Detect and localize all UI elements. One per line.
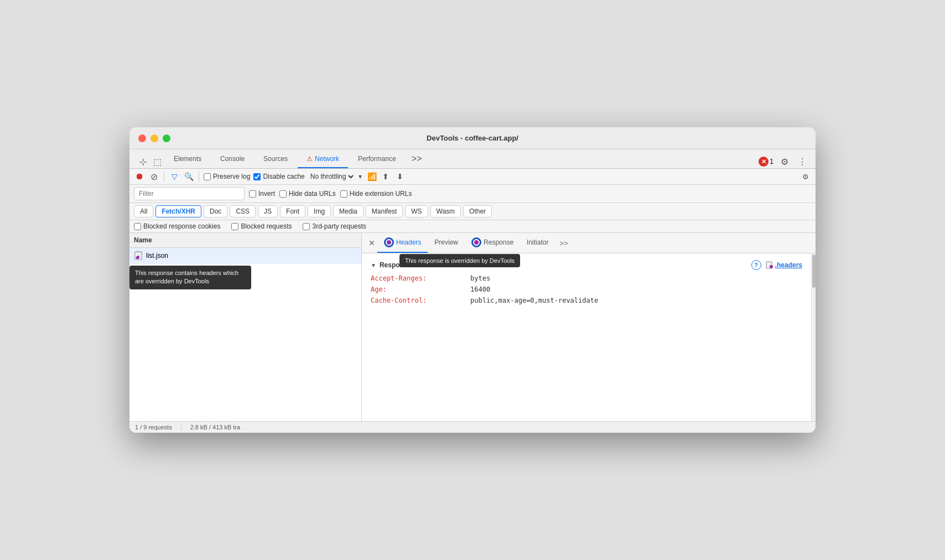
- details-content: ▼ Response Headers ? .headers: [362, 253, 816, 421]
- clear-icon[interactable]: ⊘: [148, 171, 159, 182]
- hide-ext-urls-input[interactable]: [340, 190, 347, 198]
- filter-other[interactable]: Other: [463, 205, 492, 217]
- network-warning-icon: ⚠: [307, 155, 313, 163]
- filter-css[interactable]: CSS: [230, 205, 256, 217]
- inspect-icon[interactable]: ⊹: [136, 155, 149, 168]
- throttle-select[interactable]: No throttling: [308, 172, 355, 181]
- blocked-cookies-input[interactable]: [134, 223, 141, 230]
- search-icon[interactable]: 🔍: [183, 171, 194, 182]
- main-content: Name list.json This response contains he…: [129, 233, 816, 421]
- filter-ws[interactable]: WS: [405, 205, 428, 217]
- error-count: 1: [770, 158, 773, 165]
- upload-icon[interactable]: ⬆: [380, 171, 391, 182]
- section-arrow: ▼: [371, 262, 376, 268]
- close-details-button[interactable]: ✕: [366, 237, 377, 248]
- filter-manifest[interactable]: Manifest: [366, 205, 403, 217]
- tab-network[interactable]: ⚠ Network: [298, 151, 348, 168]
- tabs-more-button[interactable]: >>: [406, 149, 428, 168]
- tab-initiator[interactable]: Initiator: [520, 234, 555, 252]
- throttle-dropdown-icon: ▾: [359, 173, 362, 180]
- maximize-button[interactable]: [163, 134, 170, 142]
- toolbar-divider: [164, 171, 164, 182]
- disable-cache-checkbox[interactable]: Disable cache: [253, 173, 304, 180]
- tab-performance[interactable]: Performance: [349, 151, 405, 168]
- filter-checks-bar: Blocked response cookies Blocked request…: [129, 220, 816, 233]
- filter-font[interactable]: Font: [280, 205, 305, 217]
- hide-data-urls-checkbox[interactable]: Hide data URLs: [279, 190, 336, 198]
- filter-doc[interactable]: Doc: [204, 205, 227, 217]
- filter-input[interactable]: [134, 187, 245, 200]
- download-icon[interactable]: ⬇: [394, 171, 406, 182]
- status-divider: [181, 424, 181, 431]
- response-tooltip: This response is overridden by DevTools: [399, 254, 520, 267]
- stop-recording-icon[interactable]: ⏺: [134, 171, 145, 182]
- settings-icon[interactable]: ⚙: [778, 155, 791, 168]
- tab-bar: ⊹ ⬚ Elements Console Sources ⚠ Network P…: [129, 149, 816, 169]
- transfer-size: 2.8 kB / 413 kB tra: [190, 424, 241, 431]
- blocked-requests-input[interactable]: [231, 223, 238, 230]
- third-party-checkbox[interactable]: 3rd-party requests: [303, 222, 366, 230]
- preserve-log-checkbox[interactable]: Preserve log: [204, 173, 250, 180]
- header-name-cache-control: Cache-Control:: [371, 297, 470, 304]
- filter-img[interactable]: Img: [308, 205, 331, 217]
- file-icon: [134, 251, 143, 260]
- more-options-icon[interactable]: ⋮: [796, 155, 809, 168]
- error-icon: ✕: [759, 157, 769, 167]
- header-value-age: 16400: [470, 286, 490, 293]
- filter-fetch-xhr[interactable]: Fetch/XHR: [155, 205, 201, 217]
- invert-checkbox[interactable]: Invert: [249, 190, 275, 198]
- tab-elements[interactable]: Elements: [165, 151, 210, 168]
- tab-console[interactable]: Console: [211, 151, 253, 168]
- response-override-icon: [471, 237, 481, 247]
- json-file-icon: [134, 251, 142, 260]
- details-tabs-more[interactable]: >>: [555, 235, 572, 252]
- header-row: Cache-Control: public,max-age=0,must-rev…: [371, 297, 802, 304]
- close-button[interactable]: [138, 134, 146, 142]
- requests-header: Name: [129, 233, 361, 248]
- preserve-log-input[interactable]: [204, 173, 211, 180]
- scrollbar[interactable]: [811, 253, 816, 421]
- tab-headers[interactable]: Headers: [377, 233, 428, 253]
- invert-input[interactable]: [249, 190, 256, 198]
- svg-point-3: [770, 265, 773, 268]
- filter-type-bar: All Fetch/XHR Doc CSS JS Font Img Media …: [129, 203, 816, 220]
- traffic-lights: [138, 134, 170, 142]
- section-actions: ? .headers: [751, 260, 802, 270]
- filter-all[interactable]: All: [134, 205, 153, 217]
- requests-pane: Name list.json This response contains he…: [129, 233, 362, 421]
- third-party-input[interactable]: [303, 223, 310, 230]
- headers-override-icon: [384, 237, 394, 247]
- hide-data-urls-input[interactable]: [279, 190, 287, 198]
- hide-ext-urls-checkbox[interactable]: Hide extension URLs: [340, 190, 412, 198]
- device-icon[interactable]: ⬚: [150, 155, 164, 168]
- network-toolbar: ⏺ ⊘ ▽ 🔍 Preserve log Disable cache No th…: [129, 169, 816, 185]
- disable-cache-input[interactable]: [253, 173, 261, 180]
- svg-point-1: [136, 256, 139, 259]
- list-item[interactable]: list.json This response contains headers…: [129, 248, 361, 264]
- filter-icon[interactable]: ▽: [169, 171, 180, 182]
- wifi-icon: 📶: [367, 172, 377, 181]
- filter-media[interactable]: Media: [333, 205, 364, 217]
- devtools-window: DevTools - coffee-cart.app/ ⊹ ⬚ Elements…: [129, 127, 816, 433]
- error-indicator[interactable]: ✕ 1: [759, 157, 773, 167]
- title-bar: DevTools - coffee-cart.app/: [129, 127, 816, 149]
- request-count: 1 / 9 requests: [135, 424, 172, 431]
- header-row: Accept-Ranges: bytes: [371, 274, 802, 282]
- blocked-requests-checkbox[interactable]: Blocked requests: [231, 222, 292, 230]
- tab-response[interactable]: Response This response is overridden by …: [465, 233, 520, 253]
- network-settings-icon[interactable]: ⚙: [800, 171, 811, 182]
- toolbar-divider2: [199, 171, 199, 182]
- window-title: DevTools - coffee-cart.app/: [427, 134, 518, 142]
- filter-js[interactable]: JS: [258, 205, 278, 217]
- details-pane: ✕ Headers Preview Response This response…: [362, 233, 816, 421]
- filter-wasm[interactable]: Wasm: [430, 205, 461, 217]
- details-tabs: ✕ Headers Preview Response This response…: [362, 233, 816, 253]
- tab-preview[interactable]: Preview: [428, 234, 465, 252]
- header-name-age: Age:: [371, 286, 470, 293]
- minimize-button[interactable]: [150, 134, 158, 142]
- headers-file-link[interactable]: .headers: [766, 261, 802, 269]
- help-icon[interactable]: ?: [751, 260, 761, 270]
- tab-sources[interactable]: Sources: [255, 151, 297, 168]
- blocked-cookies-checkbox[interactable]: Blocked response cookies: [134, 222, 220, 230]
- scrollbar-thumb[interactable]: [812, 255, 816, 288]
